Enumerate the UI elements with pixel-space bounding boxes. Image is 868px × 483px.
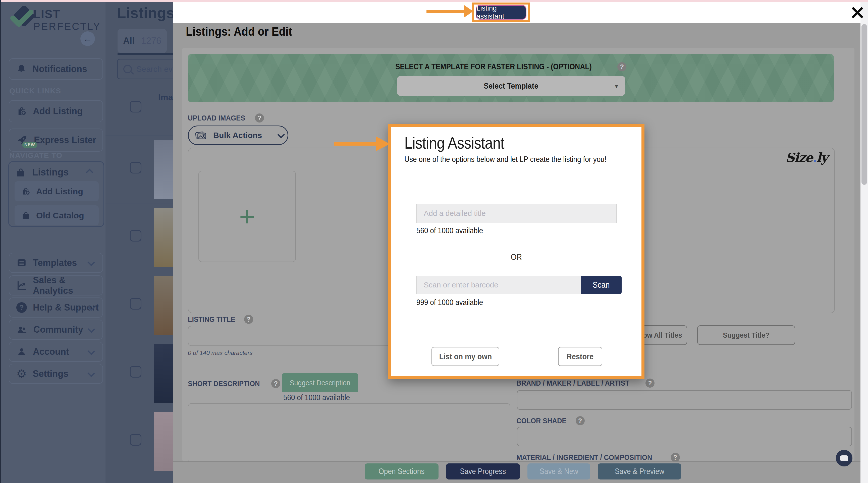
chevron-down-icon	[278, 131, 285, 138]
sidebar-item-label: Add Listing	[36, 187, 83, 196]
sidebar-item-help-support[interactable]: ? Help & Support	[9, 297, 103, 318]
chevron-down-icon	[88, 326, 95, 333]
plus-icon: +	[239, 202, 255, 230]
list-on-my-own-button[interactable]: List on my own	[432, 347, 499, 366]
listing-thumbnail-handbag[interactable]	[154, 276, 174, 335]
close-icon[interactable]	[850, 5, 865, 20]
chart-line-icon	[16, 280, 27, 291]
barcode-input[interactable]: Scan or enter barcode	[416, 276, 581, 294]
description-counter: 560 of 1000 available	[283, 393, 358, 402]
row-checkbox[interactable]	[130, 298, 142, 310]
help-icon[interactable]: ?	[576, 416, 585, 425]
help-icon[interactable]: ?	[271, 379, 280, 388]
browser-top-strip	[0, 0, 868, 2]
listing-thumbnail-shirt[interactable]	[154, 140, 174, 199]
restore-button[interactable]: Restore	[558, 347, 602, 366]
template-banner-label: SELECT A TEMPLATE FOR FASTER LISTING - (…	[395, 62, 592, 71]
row-checkbox[interactable]	[130, 162, 142, 173]
bulk-actions-dropdown[interactable]: Bulk Actions	[188, 126, 288, 145]
dropdown-caret-icon: ▾	[615, 82, 618, 90]
new-badge: NEW	[22, 142, 37, 148]
template-banner-label-row: SELECT A TEMPLATE FOR FASTER LISTING - (…	[188, 62, 834, 71]
bag-plus-icon	[21, 187, 31, 196]
search-input[interactable]: Search everyt	[117, 59, 173, 79]
column-header-image: Ima	[158, 92, 173, 102]
show-all-titles-button[interactable]: ow All Titles	[638, 325, 687, 345]
sidebar-item-notifications[interactable]: Notifications	[9, 58, 103, 80]
sidebar-item-express-lister[interactable]: NEW Express Lister	[9, 129, 103, 152]
annotation-arrow-icon	[334, 136, 390, 151]
table-row-divider	[105, 203, 173, 204]
row-checkbox[interactable]	[130, 434, 142, 446]
bag-plus-icon	[16, 106, 27, 117]
bag-icon	[21, 211, 31, 220]
user-icon	[16, 347, 27, 357]
upload-images-label: UPLOAD IMAGES ?	[188, 114, 264, 123]
select-all-checkbox[interactable]	[130, 101, 142, 112]
help-icon[interactable]: ?	[646, 379, 654, 388]
bag-icon	[16, 167, 26, 178]
scrollbar-thumb[interactable]	[862, 24, 867, 185]
listing-thumbnail-clothing[interactable]	[154, 412, 174, 471]
templates-icon	[16, 258, 27, 268]
help-icon[interactable]: ?	[255, 114, 264, 123]
row-checkbox[interactable]	[130, 366, 142, 378]
sidebar-item-label: Sales & Analytics	[33, 275, 102, 296]
listing-assistant-button[interactable]: Listing assistant	[476, 5, 526, 20]
chat-widget-button[interactable]	[836, 450, 852, 466]
add-image-placeholder[interactable]: +	[198, 171, 296, 262]
chat-icon	[840, 455, 848, 461]
listing-thumbnail-cat[interactable]	[154, 344, 174, 403]
select-template-dropdown[interactable]: Select Template	[397, 76, 625, 96]
suggest-title-button[interactable]: Suggest Title?	[697, 325, 795, 345]
sidebar-item-account[interactable]: Account	[9, 342, 103, 362]
suggest-description-button[interactable]: Suggest Description	[282, 373, 358, 392]
short-description-textarea[interactable]	[188, 403, 510, 463]
bell-icon	[16, 64, 26, 74]
rocket-icon: NEW	[16, 134, 28, 146]
page-title: Listings	[117, 4, 175, 22]
help-icon[interactable]: ?	[617, 62, 626, 71]
sidebar: LIST PERFECTLY ← Notifications QUICK LIN…	[1, 2, 105, 483]
open-sections-button[interactable]: Open Sections	[365, 463, 438, 480]
sidebar-item-listings[interactable]: Listings	[16, 167, 98, 178]
barcode-available-counter: 999 of 1000 available	[416, 298, 491, 307]
sidebar-item-add-listing[interactable]: Add Listing	[9, 100, 103, 122]
chevron-down-icon	[88, 348, 95, 355]
sidebar-item-community[interactable]: Community	[9, 320, 103, 340]
sidebar-item-old-catalog[interactable]: Old Catalog	[14, 205, 99, 225]
brand-input[interactable]	[517, 390, 852, 410]
sidebar-item-label: Account	[33, 347, 69, 357]
color-shade-input[interactable]	[517, 427, 852, 446]
sidebar-item-label: Settings	[33, 368, 68, 379]
logo-wordmark: LIST PERFECTLY	[33, 7, 101, 32]
sidebar-item-label: Listings	[32, 167, 69, 178]
bulk-actions-label: Bulk Actions	[213, 131, 262, 140]
question-circle-icon: ?	[16, 302, 27, 313]
help-icon[interactable]: ?	[671, 453, 680, 462]
popup-title: Listing Assistant	[404, 134, 516, 152]
save-and-new-button[interactable]: Save & New	[527, 463, 590, 480]
sidebar-item-add-listing-sub[interactable]: Add Listing	[14, 181, 99, 201]
sidebar-item-templates[interactable]: Templates	[9, 253, 103, 273]
save-and-preview-button[interactable]: Save & Preview	[598, 463, 681, 480]
chevron-down-icon	[88, 259, 95, 266]
row-checkbox[interactable]	[130, 230, 142, 242]
tab-count: 1276	[141, 36, 161, 46]
help-icon[interactable]: ?	[244, 315, 253, 324]
tab-all[interactable]: All 1276	[118, 29, 167, 53]
short-description-label: SHORT DESCRIPTION ?	[188, 379, 280, 388]
sidebar-item-label: Templates	[33, 258, 77, 268]
images-icon	[195, 130, 207, 140]
detailed-title-input[interactable]: Add a detailed title	[416, 204, 617, 223]
listing-thumbnail-jacket[interactable]	[154, 208, 174, 267]
sidebar-item-label: Express Lister	[34, 135, 96, 146]
sidebar-collapse-button[interactable]: ←	[81, 31, 95, 46]
scan-button[interactable]: Scan	[581, 276, 622, 294]
table-row-divider	[105, 408, 173, 408]
table-row-divider	[105, 271, 173, 272]
save-progress-button[interactable]: Save Progress	[446, 463, 520, 480]
sizely-logo[interactable]: Size.ly	[786, 150, 828, 165]
sidebar-item-settings[interactable]: ⚙ Settings	[9, 364, 103, 384]
sidebar-item-sales-analytics[interactable]: Sales & Analytics	[9, 276, 103, 295]
